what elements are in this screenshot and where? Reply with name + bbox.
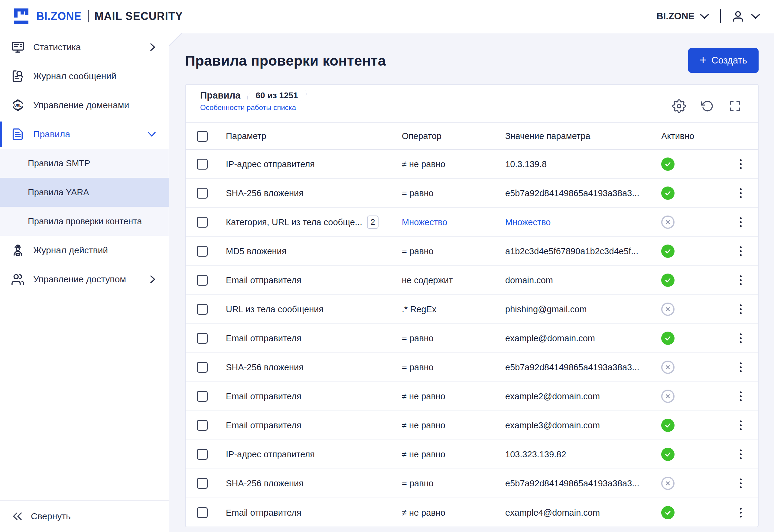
sidebar-item-rules[interactable]: Правила [0,120,169,149]
inactive-status-icon[interactable] [661,216,675,229]
sidebar-subitem-label: Правила SMTP [28,158,90,168]
row-operator: = равно [402,246,434,256]
table-row: URL из тела сообщения .* RegEx phishing@… [186,295,758,324]
active-status-icon[interactable] [661,187,675,200]
table-row: Email отправителя не содержит domain.com [186,266,758,295]
chevron-down-icon [750,13,761,20]
domains-url-icon: URL [11,98,25,112]
settings-gear-icon[interactable] [672,99,686,113]
row-parameter-count-badge: 2 [367,216,379,229]
row-menu-kebab[interactable] [737,361,745,374]
row-parameter: SHA-256 вложения [226,362,304,372]
row-checkbox[interactable] [197,159,208,170]
fullscreen-icon[interactable] [729,100,741,112]
corner-bevel-decoration [169,33,182,46]
sidebar-item-access-management[interactable]: Управление доступом [0,265,169,294]
row-value: example4@domain.com [505,508,600,518]
row-checkbox[interactable] [197,478,208,489]
action-log-icon [11,243,25,257]
row-checkbox[interactable] [197,362,208,373]
active-status-icon[interactable] [661,506,675,519]
row-checkbox[interactable] [197,217,208,228]
row-value: 103.323.139.82 [505,449,566,459]
undo-icon[interactable] [701,100,714,112]
brand-name: BI.ZONE [36,10,82,23]
panel-title: Правила [200,90,241,101]
top-header: BI.ZONE MAIL SECURITY BI.ZONE [0,0,774,33]
row-menu-kebab[interactable] [737,332,745,345]
tenant-label: BI.ZONE [656,11,694,22]
brand-block: BI.ZONE MAIL SECURITY [13,8,183,24]
row-checkbox[interactable] [197,391,208,402]
row-parameter: IP-адрес отправителя [226,449,315,459]
row-operator: = равно [402,188,434,198]
row-value: 10.3.139.8 [505,159,547,169]
tenant-selector[interactable]: BI.ZONE [656,11,710,22]
row-operator: = равно [402,362,434,372]
row-value[interactable]: Множество [505,217,551,227]
row-operator[interactable]: Множество [402,217,447,227]
sidebar-collapse-button[interactable]: Свернуть [0,500,169,532]
sidebar-subitem-label: Правила проверки контента [28,216,142,226]
product-name: MAIL SECURITY [95,10,183,23]
sidebar-item-statistics[interactable]: Статистика [0,33,169,62]
row-menu-kebab[interactable] [737,157,745,171]
row-checkbox[interactable] [197,333,208,344]
rules-submenu: Правила SMTP Правила YARA Правила провер… [0,149,169,236]
double-chevron-left-icon [11,511,24,521]
row-checkbox[interactable] [197,246,208,257]
select-all-checkbox[interactable] [197,131,208,142]
active-status-icon[interactable] [661,274,675,287]
sidebar: Статистика Журнал сообщений URL Управлен… [0,33,169,532]
row-menu-kebab[interactable] [737,390,745,403]
row-menu-kebab[interactable] [737,216,745,229]
sidebar-item-message-log[interactable]: Журнал сообщений [0,62,169,91]
row-checkbox[interactable] [197,507,208,518]
row-menu-kebab[interactable] [737,448,745,461]
row-operator: не содержит [402,275,453,285]
row-checkbox[interactable] [197,449,208,460]
main-content: Правила проверки контента + Создать Прав… [169,33,774,532]
row-checkbox[interactable] [197,304,208,315]
user-menu[interactable] [731,9,761,23]
sidebar-subitem-yara-rules[interactable]: Правила YARA [0,178,169,207]
sidebar-item-label: Управление доменами [33,100,157,110]
active-status-icon[interactable] [661,419,675,432]
create-button[interactable]: + Создать [688,48,759,73]
table-header-row: Параметр Оператор Значение параметра Акт… [186,122,758,150]
row-checkbox[interactable] [197,275,208,286]
table-row: SHA-256 вложения = равно e5b7a92d8414986… [186,353,758,382]
active-status-icon[interactable] [661,448,675,461]
inactive-status-icon[interactable] [661,477,675,490]
row-menu-kebab[interactable] [737,187,745,200]
table-row: SHA-256 вложения = равно e5b7a92d8414986… [186,179,758,208]
inactive-status-icon[interactable] [661,303,675,316]
row-menu-kebab[interactable] [737,506,745,519]
sidebar-item-label: Статистика [33,42,140,52]
header-divider [720,9,721,23]
table-row: Категория, URL из тела сообще... 2 Множе… [186,208,758,237]
sidebar-item-label: Журнал действий [33,245,157,255]
sidebar-subitem-content-check-rules[interactable]: Правила проверки контента [0,207,169,236]
sidebar-item-domain-management[interactable]: URL Управление доменами [0,91,169,120]
sidebar-subitem-smtp-rules[interactable]: Правила SMTP [0,149,169,178]
list-features-link[interactable]: Особенности работы списка [200,103,307,112]
inactive-status-icon[interactable] [661,390,675,403]
sidebar-item-action-log[interactable]: Журнал действий [0,236,169,265]
active-status-icon[interactable] [661,157,675,171]
row-menu-kebab[interactable] [737,274,745,287]
active-status-icon[interactable] [661,332,675,345]
active-status-icon[interactable] [661,245,675,258]
row-checkbox[interactable] [197,420,208,431]
row-parameter: IP-адрес отправителя [226,159,315,169]
count-chip-value: 60 из 1251 [248,88,306,102]
row-menu-kebab[interactable] [737,303,745,316]
inactive-status-icon[interactable] [661,361,675,374]
row-menu-kebab[interactable] [737,245,745,258]
row-checkbox[interactable] [197,188,208,199]
table-body: IP-адрес отправителя ≠ не равно 10.3.139… [186,150,758,527]
bizone-logo-icon [13,8,30,24]
row-menu-kebab[interactable] [737,477,745,490]
count-chip: 60 из 1251 [247,90,307,101]
row-menu-kebab[interactable] [737,419,745,432]
